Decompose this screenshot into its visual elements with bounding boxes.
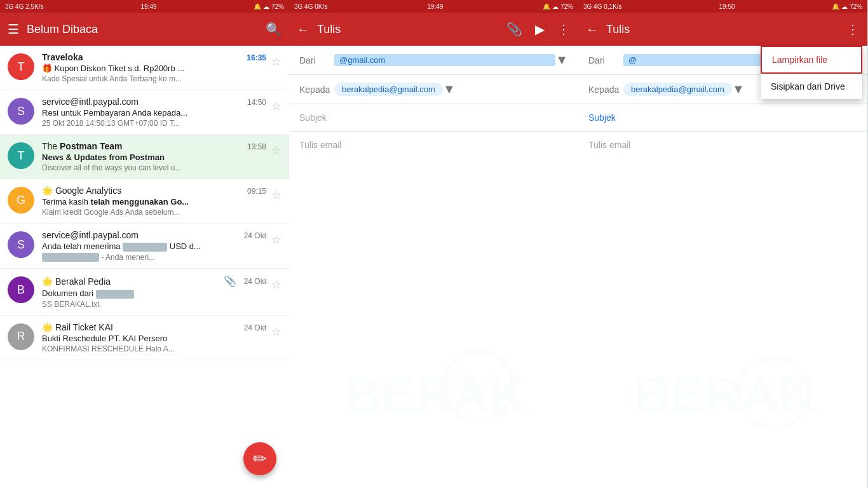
back-icon-3[interactable]: ← [586, 22, 599, 37]
email-content-paypal2: service@intl.paypal.com 24 Okt Anda tela… [42, 230, 266, 262]
email-item-berakal[interactable]: B 🌟 Berakal Pedia 📎 24 Okt Dokumen dari … [0, 269, 289, 316]
email-sender-paypal1: service@intl.paypal.com [42, 97, 139, 107]
attach-dropdown-menu: Lampirkan file Sisipkan dari Drive [761, 46, 862, 99]
email-item-google[interactable]: G 🌟 Google Analytics 09:15 Terima kasih … [0, 179, 289, 224]
body-placeholder-3: Tulis email [588, 140, 630, 150]
avatar-paypal1: S [8, 98, 34, 125]
star-icon-paypal1[interactable]: ☆ [271, 99, 281, 113]
star-icon-rail[interactable]: ☆ [271, 325, 281, 339]
compose-form-3: Dari @ ▼ Kepada berakalpedia@gmail.com ▼… [578, 46, 867, 488]
avatar-rail: R [8, 323, 34, 350]
avatar-paypal2: S [8, 231, 34, 258]
email-preview-paypal2: - Anda meneri... [42, 253, 266, 262]
email-time-paypal1: 14:50 [247, 98, 266, 107]
email-preview-berakal: SS BERAKAL.txt [42, 300, 266, 309]
star-icon-google[interactable]: ☆ [271, 188, 281, 202]
status-bar-1: 3G 4G 2,5K/s 19:49 🔔 ☁ 72% [0, 0, 289, 13]
compose-title-2: Tulis [317, 23, 494, 36]
signal-text-2: 3G 4G 0K/s [294, 3, 327, 10]
to-label-3: Kepada [588, 85, 623, 95]
email-subject-traveloka: 🎁 Kupon Diskon Tiket s.d. Rp200rb ... [42, 64, 266, 73]
email-preview-google: Klaim kredit Google Ads Anda sebelum... [42, 208, 266, 217]
dropdown-item-insert-drive[interactable]: Sisipkan dari Drive [761, 74, 862, 99]
body-field-3[interactable]: Tulis email [578, 132, 867, 488]
email-item-paypal1[interactable]: S service@intl.paypal.com 14:50 Resi unt… [0, 90, 289, 135]
dropdown-item-attach-file[interactable]: Lampirkan file [761, 46, 862, 74]
from-dropdown-2[interactable]: ▼ [555, 53, 568, 67]
email-subject-berakal: Dokumen dari [42, 288, 266, 299]
email-subject-paypal2: Anda telah menerima USD d... [42, 241, 266, 252]
subject-placeholder-3: Subjek [588, 112, 616, 123]
status-left-1: 3G 4G 2,5K/s [5, 3, 44, 10]
email-item-rail[interactable]: R 🌟 Rail Ticket KAI 24 Okt Bukti Resched… [0, 316, 289, 360]
attachment-icon-berakal: 📎 [224, 275, 236, 287]
subject-field-2[interactable]: Subjek [289, 104, 578, 132]
email-time-berakal: 24 Okt [244, 277, 266, 286]
star-icon-postman[interactable]: ☆ [271, 144, 281, 158]
email-time-paypal2: 24 Okt [244, 231, 266, 240]
status-right-3: 🔔 ☁ 72% [832, 3, 862, 10]
status-right-2: 🔔 ☁ 72% [543, 3, 573, 10]
email-content-postman: The Postman Team 13:58 News & Updates fr… [42, 141, 266, 172]
app-bar-1: ☰ Belum Dibaca 🔍 [0, 13, 289, 46]
from-label-2: Dari [299, 55, 334, 65]
email-content-google: 🌟 Google Analytics 09:15 Terima kasih te… [42, 186, 266, 217]
email-sender-postman: The Postman Team [42, 141, 123, 151]
email-subject-paypal1: Resi untuk Pembayaran Anda kepada... [42, 108, 266, 118]
search-icon[interactable]: 🔍 [266, 22, 281, 37]
to-dropdown-2[interactable]: ▼ [443, 82, 456, 97]
to-value-2[interactable]: berakalpedia@gmail.com [334, 83, 443, 96]
avatar-traveloka: T [8, 53, 34, 80]
more-icon-2[interactable]: ⋮ [557, 22, 571, 37]
compose-form-2: Dari @gmail.com ▼ Kepada berakalpedia@gm… [289, 46, 578, 488]
email-subject-postman: News & Updates from Postman [42, 152, 266, 162]
from-value-2[interactable]: @gmail.com [334, 54, 555, 66]
to-value-3[interactable]: berakalpedia@gmail.com [623, 83, 732, 96]
inbox-title: Belum Dibaca [27, 23, 258, 36]
email-content-rail: 🌟 Rail Ticket KAI 24 Okt Bukti Reschedul… [42, 322, 266, 353]
email-time-postman: 13:58 [247, 142, 266, 151]
avatar-berakal: B [8, 276, 34, 303]
app-bar-3: ← Tulis ⋮ [578, 13, 867, 46]
more-icon-3[interactable]: ⋮ [846, 22, 860, 37]
from-label-3: Dari [588, 55, 623, 65]
subject-placeholder-2: Subjek [299, 112, 327, 123]
status-left-3: 3G 4G 0,1K/s [583, 3, 622, 10]
status-right-1: 🔔 ☁ 72% [254, 3, 284, 10]
back-icon-2[interactable]: ← [297, 22, 309, 37]
email-preview-postman: Discover all of the ways you can level u… [42, 163, 266, 172]
email-sender-berakal: 🌟 Berakal Pedia [42, 276, 111, 287]
email-sender-rail: 🌟 Rail Ticket KAI [42, 322, 113, 332]
email-list: T Traveloka 16:35 🎁 Kupon Diskon Tiket s… [0, 46, 289, 488]
from-field-2: Dari @gmail.com ▼ [289, 46, 578, 75]
email-content-paypal1: service@intl.paypal.com 14:50 Resi untuk… [42, 97, 266, 128]
inbox-panel: 3G 4G 2,5K/s 19:49 🔔 ☁ 72% ☰ Belum Dibac… [0, 0, 289, 488]
email-item-postman[interactable]: T The Postman Team 13:58 News & Updates … [0, 135, 289, 179]
subject-field-3[interactable]: Subjek [578, 104, 867, 132]
compose-panel: 3G 4G 0K/s 19:49 🔔 ☁ 72% ← Tulis 📎 ▶ ⋮ D… [289, 0, 578, 488]
compose-panel-dropdown: 3G 4G 0,1K/s 19:50 🔔 ☁ 72% ← Tulis ⋮ Dar… [578, 0, 867, 488]
avatar-postman: T [8, 142, 34, 169]
attach-icon-2[interactable]: 📎 [506, 22, 522, 37]
email-content-berakal: 🌟 Berakal Pedia 📎 24 Okt Dokumen dari SS… [42, 275, 266, 309]
send-icon-2[interactable]: ▶ [535, 22, 545, 37]
email-sender-google: 🌟 Google Analytics [42, 186, 121, 196]
signal-text-3: 3G 4G 0,1K/s [583, 3, 622, 10]
menu-icon[interactable]: ☰ [8, 22, 19, 37]
status-bar-2: 3G 4G 0K/s 19:49 🔔 ☁ 72% [289, 0, 578, 13]
status-left-2: 3G 4G 0K/s [294, 3, 327, 10]
body-field-2[interactable]: Tulis email [289, 132, 578, 488]
to-dropdown-3[interactable]: ▼ [732, 82, 745, 97]
email-item-paypal2[interactable]: S service@intl.paypal.com 24 Okt Anda te… [0, 224, 289, 269]
compose-fab[interactable]: ✏ [243, 442, 276, 475]
star-icon-traveloka[interactable]: ☆ [271, 55, 281, 69]
status-time-2: 19:49 [427, 3, 443, 10]
to-label-2: Kepada [299, 85, 334, 95]
email-item-traveloka[interactable]: T Traveloka 16:35 🎁 Kupon Diskon Tiket s… [0, 46, 289, 90]
email-preview-paypal1: 25 Okt 2018 14:50:13 GMT+07:00 ID T... [42, 119, 266, 128]
email-subject-rail: Bukti Reschedule PT. KAI Persero [42, 334, 266, 343]
star-icon-berakal[interactable]: ☆ [271, 278, 281, 292]
status-bar-3: 3G 4G 0,1K/s 19:50 🔔 ☁ 72% [578, 0, 867, 13]
star-icon-paypal2[interactable]: ☆ [271, 233, 281, 247]
email-sender-paypal2: service@intl.paypal.com [42, 230, 139, 240]
